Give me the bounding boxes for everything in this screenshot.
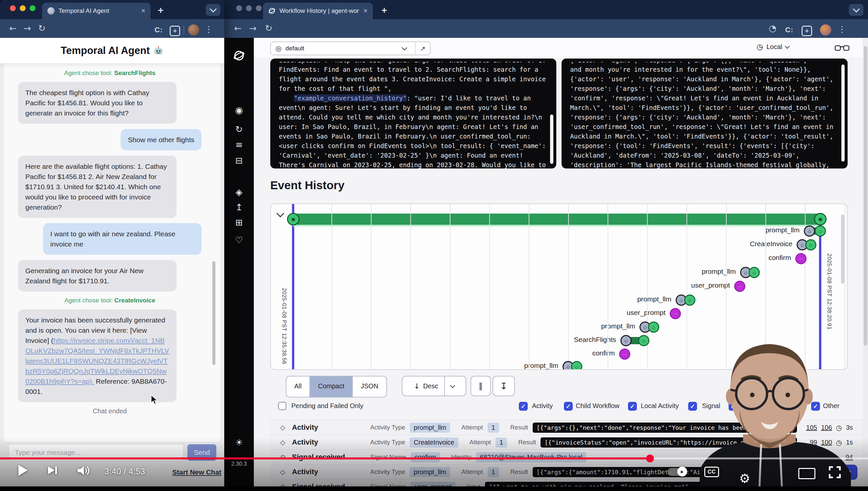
video-progress-handle[interactable] (646, 455, 654, 462)
profile-avatar[interactable] (188, 24, 199, 35)
video-progress-bar[interactable] (0, 457, 868, 459)
schedules-icon[interactable]: ↻ (224, 124, 254, 134)
code-panel-right[interactable]: {'actor': 'agent', 'response': {'args': … (562, 59, 848, 169)
extensions-puzzle-icon[interactable]: + (169, 26, 180, 36)
user-message-bubble: Show me other flights (121, 129, 202, 150)
filter-checkbox-child-workflow[interactable]: ✓ (564, 402, 573, 411)
theme-toggle-icon[interactable]: ☀ (224, 437, 254, 447)
tab-search-button[interactable] (206, 4, 220, 16)
temporal-nav-rail: 2.30.3 ◉↻≡⊟◈↥⊞♡☀ (224, 38, 254, 486)
page-scrollbar-thumb[interactable] (864, 46, 867, 346)
forward-icon[interactable]: → (249, 23, 257, 33)
row-type-label: Activity (292, 468, 370, 476)
close-tab-icon[interactable]: × (141, 7, 145, 15)
close-tab-icon[interactable]: × (363, 7, 368, 15)
browser-menu-icon[interactable]: ⋮ (838, 24, 846, 34)
new-tab-button[interactable]: + (381, 5, 387, 16)
workflow-end-marker[interactable]: ◉ (814, 213, 827, 225)
back-icon[interactable]: ← (9, 23, 17, 33)
namespaces-icon[interactable]: ◉ (224, 105, 254, 115)
stack-icon[interactable]: ≡ (224, 140, 254, 150)
extensions-puzzle-icon[interactable]: + (802, 26, 812, 36)
open-namespace-icon[interactable]: ↗ (420, 45, 426, 52)
pause-autorefresh-button[interactable]: ∥ (470, 376, 491, 396)
namespace-icon: ◎ (276, 45, 281, 52)
activity-scheduled-marker[interactable]: ◇ (804, 225, 815, 237)
chat-scrollbar-thumb[interactable] (212, 261, 215, 365)
activity-completed-marker[interactable]: ◇ (638, 335, 649, 346)
scrollbar-thumb[interactable] (841, 64, 845, 162)
filter-checkbox-activity[interactable]: ✓ (519, 402, 528, 411)
labs-icon[interactable]: ⊞ (224, 217, 254, 227)
code-panel-left[interactable]: description": "Help the user gather args… (270, 59, 556, 169)
play-icon (19, 465, 28, 476)
signal-marker[interactable]: ⋯ (734, 281, 745, 292)
divider (444, 376, 445, 396)
timeline-event-label: confirm (646, 254, 791, 262)
page-scrollbar[interactable] (863, 38, 868, 486)
timezone-select[interactable]: ◷ Local (756, 42, 789, 51)
close-window-button[interactable] (236, 5, 242, 11)
minimize-window-button[interactable] (246, 5, 252, 11)
new-tab-button[interactable]: + (158, 5, 164, 16)
start-new-chat-link[interactable]: Start New Chat (172, 468, 221, 476)
sort-desc-button[interactable]: ↓ Desc (402, 376, 466, 396)
extension-c-icon[interactable]: C: (785, 26, 794, 34)
activity-completed-marker[interactable]: ◇ (805, 239, 816, 251)
batch-icon[interactable]: ⊟ (224, 155, 254, 166)
fullscreen-button[interactable] (829, 466, 841, 479)
namespace-select[interactable]: ◎ default ↗ (270, 41, 431, 55)
chat-ended-status: Chat ended (93, 407, 127, 415)
codec-icon[interactable]: ◈ (224, 187, 254, 197)
activity-completed-marker[interactable]: ◇ (571, 361, 582, 370)
activity-completed-marker[interactable]: ◇ (815, 225, 826, 237)
extension-eye-icon[interactable]: ◔ (769, 23, 777, 33)
activity-completed-marker[interactable]: ◇ (749, 267, 760, 278)
codec-glasses-icon[interactable] (834, 44, 849, 53)
forward-icon[interactable]: → (24, 23, 31, 33)
extension-c-icon[interactable]: C: (155, 26, 163, 34)
scrollbar-thumb[interactable] (550, 115, 553, 164)
theater-mode-button[interactable] (798, 468, 815, 479)
next-button[interactable] (47, 465, 58, 475)
volume-button[interactable] (76, 465, 91, 476)
minimize-window-button[interactable] (20, 5, 26, 11)
tab-temporal-ai-agent[interactable]: Temporal AI Agent × (42, 3, 151, 19)
activity-completed-marker[interactable]: ◇ (684, 294, 695, 306)
feedback-icon[interactable]: ♡ (224, 235, 254, 245)
workflow-start-marker[interactable]: ◉ (287, 213, 300, 225)
workflow-execution-bar[interactable] (293, 213, 820, 226)
profile-avatar[interactable] (820, 24, 831, 35)
collapse-timeline-icon[interactable] (276, 209, 284, 217)
play-button[interactable] (19, 465, 28, 476)
tab-search-button[interactable] (849, 4, 863, 16)
invoice-link[interactable]: https://invoice.stripe.com/i/acct_1NBOLu… (25, 337, 169, 385)
agent-message-bubble: The cheapest flight option is with Catha… (18, 82, 177, 124)
signal-marker[interactable]: ⋯ (619, 348, 630, 360)
view-mode-compact[interactable]: Compact (309, 376, 352, 397)
back-icon[interactable]: ← (234, 23, 242, 33)
browser-menu-icon[interactable]: ⋮ (205, 24, 213, 34)
captions-button[interactable]: CC (704, 467, 719, 477)
reload-icon[interactable]: ↻ (265, 23, 273, 33)
signal-marker[interactable]: ⋯ (795, 253, 807, 264)
close-window-button[interactable] (10, 5, 16, 11)
zoom-window-button[interactable] (256, 5, 262, 11)
filter-checkbox-local-activity[interactable]: ✓ (628, 402, 637, 411)
activity-completed-marker[interactable]: ◇ (648, 321, 659, 333)
left-tabstrip: Temporal AI Agent × + (0, 0, 224, 19)
tab-workflow-history[interactable]: Workflow History | agent-wor × (263, 3, 373, 19)
view-mode-all[interactable]: All (286, 376, 309, 397)
view-mode-json[interactable]: JSON (352, 376, 386, 397)
pending-failed-checkbox[interactable] (278, 402, 286, 410)
zoom-window-button[interactable] (30, 5, 35, 11)
import-icon[interactable]: ↥ (224, 202, 254, 212)
download-history-button[interactable]: ↧ (493, 376, 515, 396)
reload-icon[interactable]: ↻ (38, 23, 46, 33)
temporal-logo-icon[interactable] (233, 50, 245, 61)
activity-scheduled-marker[interactable]: ◇ (620, 335, 631, 346)
autoplay-toggle[interactable] (668, 468, 686, 476)
chevron-down-icon (852, 6, 860, 12)
signal-marker[interactable]: ⋯ (670, 308, 681, 319)
timeline-scrollbar-thumb[interactable] (841, 214, 844, 284)
